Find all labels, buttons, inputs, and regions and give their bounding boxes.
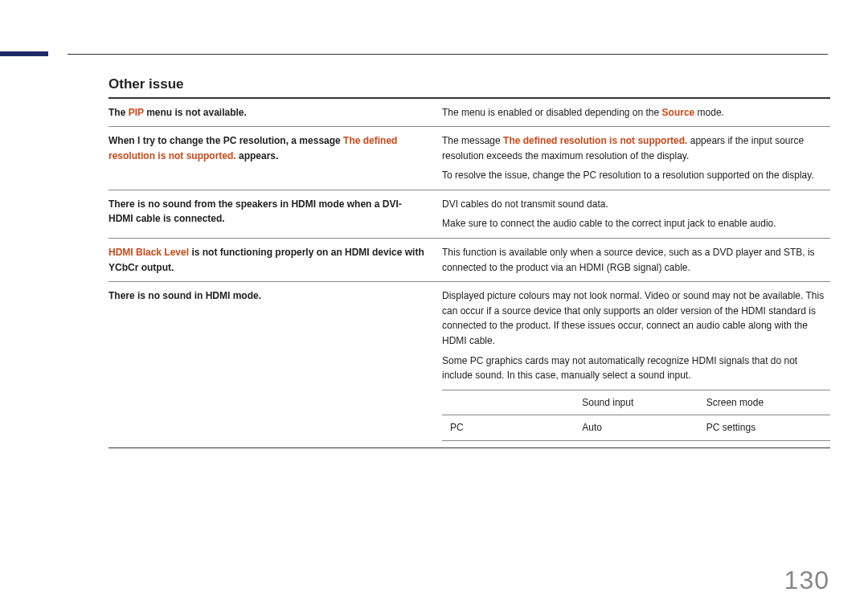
text-span: appears. xyxy=(236,150,279,161)
description-cell: The message The defined resolution is no… xyxy=(442,133,830,183)
description-paragraph: The message The defined resolution is no… xyxy=(442,133,830,163)
section-heading: Other issue xyxy=(108,76,830,92)
text-span: The xyxy=(108,107,129,118)
table-row: When I try to change the PC resolution, … xyxy=(108,127,830,190)
text-span: Displayed picture colours may not look n… xyxy=(442,290,824,346)
page-number: 130 xyxy=(784,566,829,595)
text-span: menu is not available. xyxy=(144,107,247,118)
issue-cell: When I try to change the PC resolution, … xyxy=(108,133,442,183)
text-span: HDMI Black Level xyxy=(108,247,189,258)
text-span: The defined resolution is not supported. xyxy=(503,135,687,146)
content-area: Other issue The PIP menu is not availabl… xyxy=(108,76,830,448)
text-span: When I try to change the PC resolution, … xyxy=(108,135,343,146)
text-span: Some PC graphics cards may not automatic… xyxy=(442,355,797,382)
description-cell: Displayed picture colours may not look n… xyxy=(442,288,830,441)
description-cell: This function is available only when a s… xyxy=(442,245,830,275)
description-cell: The menu is enabled or disabled dependin… xyxy=(442,105,830,121)
text-span: DVI cables do not transmit sound data. xyxy=(442,198,608,210)
issue-cell: HDMI Black Level is not functioning prop… xyxy=(108,245,442,275)
description-paragraph: To resolve the issue, change the PC reso… xyxy=(442,168,830,183)
accent-bar xyxy=(0,51,48,56)
description-paragraph: Some PC graphics cards may not automatic… xyxy=(442,353,830,383)
sub-table-cell xyxy=(442,390,574,415)
issue-table: The PIP menu is not available.The menu i… xyxy=(108,99,830,449)
description-paragraph: The menu is enabled or disabled dependin… xyxy=(442,105,830,121)
sub-table-cell: Sound input xyxy=(574,390,698,415)
sub-table-cell: Auto xyxy=(574,415,698,441)
table-row: There is no sound from the speakers in H… xyxy=(108,190,830,239)
table-row: The PIP menu is not available.The menu i… xyxy=(108,99,830,128)
text-span: The menu is enabled or disabled dependin… xyxy=(442,107,662,118)
text-span: The message xyxy=(442,135,503,146)
sub-table-cell: PC settings xyxy=(698,415,830,441)
text-span: Source xyxy=(662,107,695,118)
sub-table: Sound inputScreen modePCAutoPC settings xyxy=(442,390,830,441)
issue-cell: There is no sound from the speakers in H… xyxy=(108,197,442,231)
top-divider xyxy=(68,54,828,55)
issue-cell: The PIP menu is not available. xyxy=(108,105,442,121)
text-span: mode. xyxy=(694,107,724,118)
text-span: There is no sound from the speakers in H… xyxy=(108,198,402,225)
text-span: This function is available only when a s… xyxy=(442,247,815,273)
description-paragraph: Make sure to connect the audio cable to … xyxy=(442,216,830,231)
table-row: There is no sound in HDMI mode.Displayed… xyxy=(108,282,830,448)
table-row: HDMI Black Level is not functioning prop… xyxy=(108,239,830,282)
sub-table-cell: PC xyxy=(442,415,574,441)
sub-table-row: PCAutoPC settings xyxy=(442,415,830,441)
sub-table-cell: Screen mode xyxy=(698,390,830,415)
description-paragraph: Displayed picture colours may not look n… xyxy=(442,288,830,348)
text-span: To resolve the issue, change the PC reso… xyxy=(442,170,814,181)
description-paragraph: This function is available only when a s… xyxy=(442,245,830,275)
text-span: Make sure to connect the audio cable to … xyxy=(442,218,776,229)
text-span: There is no sound in HDMI mode. xyxy=(108,290,261,301)
text-span: PIP xyxy=(129,107,144,118)
issue-cell: There is no sound in HDMI mode. xyxy=(108,288,442,441)
sub-table-row: Sound inputScreen mode xyxy=(442,390,830,415)
description-paragraph: DVI cables do not transmit sound data. xyxy=(442,197,830,212)
description-cell: DVI cables do not transmit sound data.Ma… xyxy=(442,197,830,231)
